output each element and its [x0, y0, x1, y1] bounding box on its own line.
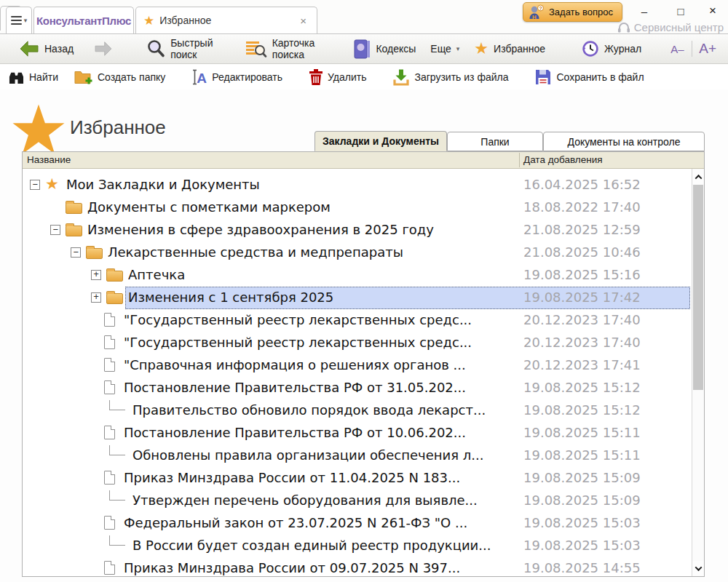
collapse-icon[interactable]: − — [50, 225, 60, 235]
edit-icon: A — [191, 68, 207, 86]
quick-search-button[interactable]: Быстрый поиск — [139, 34, 223, 63]
journal-button[interactable]: Журнал — [574, 34, 649, 63]
delete-button[interactable]: Удалить — [301, 65, 374, 89]
more-label: Еще — [430, 43, 451, 55]
tree-row[interactable]: "Государственный реестр лекарственных ср… — [23, 332, 692, 354]
tree-row-label[interactable]: Документы с пометками маркером — [87, 199, 331, 215]
find-label: Найти — [29, 71, 58, 83]
tree-row[interactable]: Приказ Минздрава России от 09.07.2025 N … — [23, 557, 692, 576]
tree-row[interactable]: −Лекарственные средства и медпрепараты21… — [23, 242, 692, 264]
tree-row[interactable]: −★Мои Закладки и Документы16.04.2025 16:… — [23, 174, 692, 196]
expand-icon[interactable]: + — [91, 292, 101, 303]
tree-row-label[interactable]: "Государственный реестр лекарственных ср… — [124, 335, 472, 350]
tab-documents-on-control[interactable]: Документы на контроле — [543, 132, 705, 151]
font-increase-button[interactable]: A+ — [693, 41, 722, 57]
minimize-button[interactable]: – — [632, 1, 657, 20]
tree-row-label[interactable]: "Справочная информация о решениях органо… — [124, 357, 466, 372]
tree-row[interactable]: Федеральный закон от 23.07.2025 N 261-ФЗ… — [23, 512, 692, 535]
tree-row-date: 18.08.2022 17:40 — [523, 199, 641, 215]
tree-row-label[interactable]: Постановление Правительства РФ от 10.06.… — [124, 425, 466, 440]
tree-row-label[interactable]: Постановление Правительства РФ от 31.05.… — [124, 380, 466, 395]
tree-row[interactable]: Приказ Минздрава России от 11.04.2025 N … — [23, 467, 692, 490]
tree-row[interactable]: +Изменения с 1 сентября 202519.08.2025 1… — [23, 287, 692, 309]
document-icon — [104, 335, 115, 349]
collapse-icon[interactable]: − — [71, 247, 81, 258]
tree-row-label[interactable]: Лекарственные средства и медпрепараты — [108, 244, 403, 260]
tree-row-label[interactable]: Утвержден перечень оборудования для выяв… — [132, 493, 478, 508]
favorites-button[interactable]: ★ Избранное — [467, 34, 553, 63]
folder-plus-icon — [74, 69, 93, 86]
save-to-file-button[interactable]: Сохранить в файл — [526, 65, 652, 89]
tree-row[interactable]: "Государственный реестр лекарственных ср… — [23, 309, 692, 332]
forward-button[interactable] — [81, 34, 126, 63]
folder-icon — [66, 203, 82, 214]
folder-icon — [86, 248, 103, 259]
tree-row-label[interactable]: Федеральный закон от 23.07.2025 N 261-ФЗ… — [124, 515, 467, 530]
forward-arrow-icon — [94, 41, 113, 57]
scrollbar-thumb[interactable] — [693, 185, 703, 390]
maximize-button[interactable]: □ — [668, 1, 693, 20]
tab-favorites-label: Избранное — [159, 15, 297, 26]
tree-row[interactable]: Правительство обновило порядок ввода лек… — [23, 399, 692, 422]
tab-folders[interactable]: Папки — [447, 132, 543, 151]
more-button[interactable]: Еще ▾ — [423, 34, 467, 63]
service-center-link[interactable]: Сервисный центр — [617, 21, 724, 33]
tree-row[interactable]: В России будет создан единый реестр прод… — [23, 535, 692, 557]
search-card-icon — [246, 39, 267, 58]
tree-row[interactable]: −Изменения в сфере здравоохранения в 202… — [23, 219, 692, 242]
tree-row[interactable]: Постановление Правительства РФ от 10.06.… — [23, 422, 692, 445]
tree-row-date: 19.08.2025 15:16 — [523, 267, 641, 282]
main-menu-button[interactable]: ▾ — [6, 7, 32, 33]
tree-row-label[interactable]: Приказ Минздрава России от 11.04.2025 N … — [124, 470, 460, 485]
load-from-file-button[interactable]: Загрузить из файла — [384, 65, 516, 89]
tree-list: −★Мои Закладки и Документы16.04.2025 16:… — [23, 169, 692, 576]
create-folder-button[interactable]: Создать папку — [66, 65, 173, 89]
ask-question-label: Задать вопрос — [549, 7, 613, 17]
ask-question-button[interactable]: Н ? Задать вопрос — [523, 2, 622, 22]
tree-row[interactable]: Постановление Правительства РФ от 31.05.… — [23, 377, 692, 399]
tab-folders-label: Папки — [480, 136, 509, 148]
tree-row-label[interactable]: Мои Закладки и Документы — [66, 177, 260, 192]
tree-row-label[interactable]: В России будет создан единый реестр прод… — [132, 538, 491, 553]
tab-favorites[interactable]: ★ Избранное × — [135, 7, 317, 33]
font-decrease-button[interactable]: A– — [665, 43, 689, 55]
tree-row[interactable]: Утвержден перечень оборудования для выяв… — [23, 490, 692, 512]
edit-button[interactable]: A Редактировать — [183, 65, 290, 89]
column-name[interactable]: Название — [27, 154, 71, 165]
expand-icon[interactable]: + — [91, 270, 101, 280]
vertical-scrollbar[interactable] — [692, 169, 704, 576]
tree-row-label[interactable]: Правительство обновило порядок ввода лек… — [132, 402, 486, 418]
home-tab[interactable]: КонсультантПлюс — [33, 7, 134, 33]
tree-row-label[interactable]: Аптечка — [128, 267, 185, 282]
tree-row[interactable]: Документы с пометками маркером18.08.2022… — [23, 196, 692, 219]
collapse-icon[interactable]: − — [30, 180, 40, 190]
folder-icon — [106, 293, 123, 304]
tree-row-label[interactable]: "Государственный реестр лекарственных ср… — [124, 312, 472, 327]
nav-toolbar: Назад Быстрый поиск — [0, 33, 728, 64]
tree-connector — [109, 535, 125, 546]
scroll-down-button[interactable] — [692, 561, 704, 575]
close-tab-icon[interactable]: × — [297, 15, 309, 27]
titlebar: Н ? Задать вопрос – □ × Сервисный центр — [0, 0, 728, 33]
tab-bookmarks-documents[interactable]: Закладки и Документы — [314, 131, 447, 151]
tree-row-label[interactable]: Изменения в сфере здравоохранения в 2025… — [87, 222, 434, 237]
tree-row-date: 20.12.2023 17:40 — [523, 312, 641, 327]
tree-row-label[interactable]: Изменения с 1 сентября 2025 — [128, 290, 333, 305]
tree-row-label[interactable]: Приказ Минздрава России от 09.07.2025 N … — [124, 560, 460, 575]
tree-row[interactable]: +Аптечка19.08.2025 15:16 — [23, 264, 692, 287]
codes-button[interactable]: Кодексы — [347, 34, 423, 63]
find-button[interactable]: Найти — [0, 65, 66, 89]
column-divider — [519, 153, 520, 167]
search-card-button[interactable]: Карточка поиска — [239, 34, 328, 63]
svg-text:Н: Н — [532, 14, 537, 20]
tree-row-label[interactable]: Обновлены правила организации обеспечени… — [132, 447, 483, 463]
back-button[interactable]: Назад — [0, 34, 81, 63]
tree-row-date: 21.08.2025 12:59 — [523, 222, 641, 237]
scroll-up-button[interactable] — [692, 170, 704, 184]
tree-row[interactable]: "Справочная информация о решениях органо… — [23, 354, 692, 377]
column-date[interactable]: Дата добавления — [523, 154, 603, 165]
close-button[interactable]: × — [700, 1, 725, 20]
tree-row-date: 19.08.2025 15:09 — [523, 493, 641, 508]
favorites-label: Избранное — [494, 43, 545, 55]
tree-row[interactable]: Обновлены правила организации обеспечени… — [23, 445, 692, 467]
